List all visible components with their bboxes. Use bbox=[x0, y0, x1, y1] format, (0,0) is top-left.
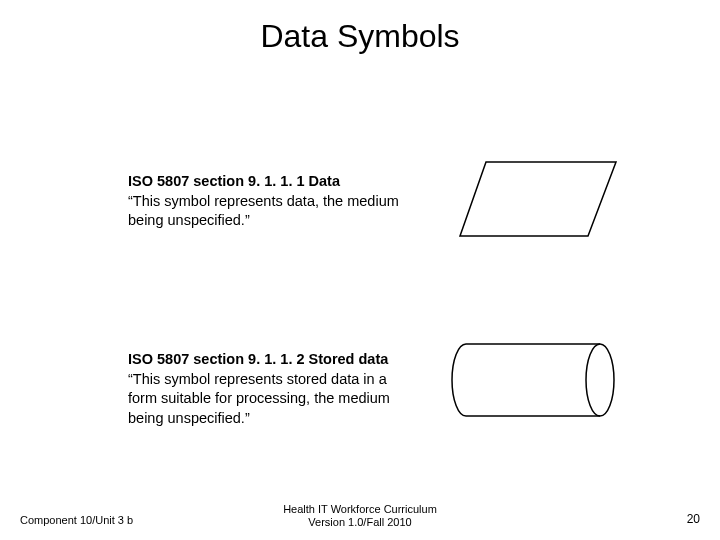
footer-line-2: Version 1.0/Fall 2010 bbox=[0, 516, 720, 530]
footer-curriculum-label: Health IT Workforce Curriculum Version 1… bbox=[0, 503, 720, 531]
stored-data-icon bbox=[440, 340, 616, 424]
section-description: “This symbol represents data, the medium… bbox=[128, 193, 399, 229]
section-heading: ISO 5807 section 9. 1. 1. 1 Data bbox=[128, 173, 340, 189]
page-number: 20 bbox=[687, 512, 700, 526]
svg-marker-0 bbox=[460, 162, 616, 236]
page-title: Data Symbols bbox=[0, 18, 720, 55]
parallelogram-icon bbox=[458, 160, 618, 242]
section-heading: ISO 5807 section 9. 1. 1. 2 Stored data bbox=[128, 351, 388, 367]
footer-line-1: Health IT Workforce Curriculum bbox=[0, 503, 720, 517]
section-description: “This symbol represents stored data in a… bbox=[128, 371, 390, 426]
section-stored-data-symbol: ISO 5807 section 9. 1. 1. 2 Stored data … bbox=[128, 350, 418, 428]
section-data-symbol: ISO 5807 section 9. 1. 1. 1 Data “This s… bbox=[128, 172, 418, 231]
